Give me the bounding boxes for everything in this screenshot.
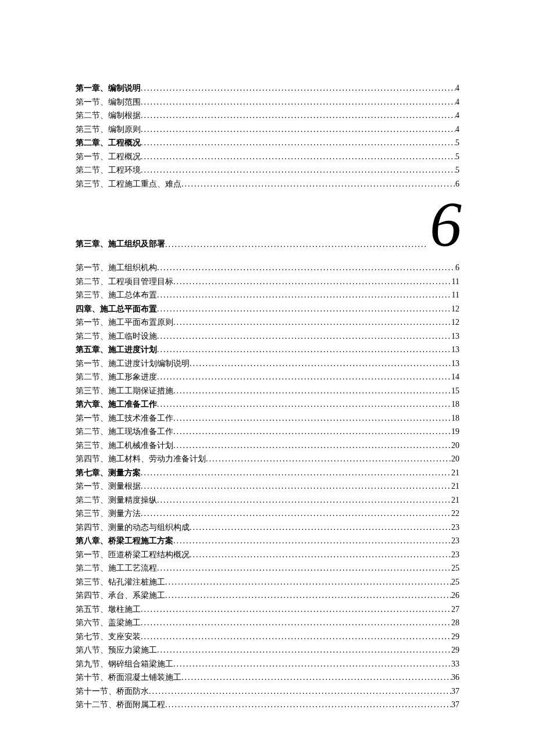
toc-entry-page: 29	[451, 643, 459, 657]
toc-entry: 第二章、工程概况5	[76, 136, 459, 150]
toc-entry-label: 第二节、工程项目管理目标	[76, 275, 173, 289]
toc-entry: 第十一节、桥面防水37	[76, 685, 459, 698]
toc-leader-dots	[157, 397, 451, 411]
toc-leader-dots	[173, 411, 451, 425]
toc-entry-label: 第四节、承台、系梁施工	[76, 589, 165, 603]
toc-entry-page: 23	[451, 521, 459, 535]
toc-entry-page: 23	[451, 534, 459, 548]
toc-entry-label: 第九节、钢碎组合箱梁施工	[76, 657, 173, 671]
toc-leader-dots	[190, 548, 451, 562]
toc-entry-label: 第八章、桥梁工程施工方案	[76, 534, 173, 548]
toc-entry-label: 第六章、施工准备工作	[76, 397, 157, 411]
toc-entry-page: 20	[451, 439, 459, 453]
toc-entry: 第三节、工程施工重点、难点6	[76, 177, 459, 191]
toc-entry-page: 5	[455, 163, 459, 177]
toc-entry: 第七节、支座安装29	[76, 630, 459, 644]
toc-entry-label: 第五节、墩柱施工	[76, 603, 141, 617]
toc-entry-label: 第五章、施工进度计划	[76, 343, 157, 357]
toc-leader-dots	[141, 163, 455, 177]
toc-entry-page: 33	[451, 657, 459, 671]
toc-entry-page: 13	[451, 329, 459, 343]
toc-leader-dots	[157, 561, 451, 575]
toc-entry-page: 26	[451, 589, 459, 603]
toc-entry-label: 第三节、施工机械准备计划	[76, 439, 173, 453]
toc-big-page-number: 6	[427, 198, 459, 252]
toc-entry-label: 第一节、编制范围	[76, 95, 141, 109]
toc-entry: 第二节、施工工艺流程25	[76, 561, 459, 575]
toc-entry: 第一节、匝道桥梁工程结构概况23	[76, 548, 459, 562]
toc-leader-dots	[206, 452, 451, 466]
toc-entry-page: 27	[451, 603, 459, 617]
toc-entry: 四章、施工总平面布置12	[76, 302, 459, 316]
toc-entry-page: 21	[451, 479, 459, 493]
toc-entry-page: 14	[451, 370, 459, 384]
toc-entry: 第二节、编制根据4	[76, 109, 459, 123]
toc-entry-page: 6	[455, 261, 459, 275]
toc-entry: 第十二节、桥面附属工程37	[76, 698, 459, 712]
toc-leader-dots	[149, 685, 451, 698]
toc-leader-dots	[141, 150, 455, 164]
toc-leader-dots	[141, 616, 451, 630]
toc-entry: 第一节、编制范围4	[76, 95, 459, 109]
toc-leader-dots	[141, 507, 451, 521]
toc-entry-label: 第四节、施工材料、劳动力准备计划	[76, 452, 206, 466]
toc-leader-dots	[173, 425, 451, 439]
toc-entry-label: 第一节、匝道桥梁工程结构概况	[76, 548, 190, 562]
toc-entry-label: 第一章、编制说明	[76, 81, 141, 95]
toc-entry-page: 18	[451, 411, 459, 425]
toc-entry: 第四节、测量的动态与组织构成23	[76, 521, 459, 535]
toc-entry-page: 4	[455, 81, 459, 95]
toc-leader-dots	[141, 109, 455, 123]
toc-entry-page: 5	[455, 150, 459, 164]
toc-entry-page: 4	[455, 95, 459, 109]
toc-entry-label: 第三节、施工工期保证措施	[76, 384, 173, 398]
toc-entry: 第七章、测量方案21	[76, 466, 459, 480]
toc-entry-page: 19	[451, 425, 459, 439]
toc-leader-dots	[141, 466, 451, 480]
toc-entry: 第四节、施工材料、劳动力准备计划20	[76, 452, 459, 466]
toc-leader-dots	[173, 384, 451, 398]
toc-leader-dots	[165, 240, 427, 252]
toc-entry: 第三节、编制原则4	[76, 123, 459, 137]
spacer	[76, 252, 459, 261]
toc-leader-dots	[157, 261, 455, 275]
toc-entry-label: 四章、施工总平面布置	[76, 302, 157, 316]
toc-entry: 第三节、施工总体布置11	[76, 288, 459, 302]
toc-entry: 第二节、工程项目管理目标11	[76, 275, 459, 289]
toc-entry: 第四节、承台、系梁施工26	[76, 589, 459, 603]
toc-entry-label: 第十节、桥面混凝土铺装施工	[76, 671, 181, 685]
toc-entry-page: 13	[451, 357, 459, 371]
toc-entry: 第一章、编制说明4	[76, 81, 459, 95]
toc-leader-dots	[141, 81, 455, 95]
toc-leader-dots	[141, 603, 451, 617]
toc-leader-dots	[157, 643, 451, 657]
toc-entry: 第六章、施工准备工作18	[76, 397, 459, 411]
toc-entry-page: 13	[451, 343, 459, 357]
toc-leader-dots	[157, 493, 451, 507]
toc-block-lower: 第一节、施工组织机构6第二节、工程项目管理目标11第三节、施工总体布置11四章、…	[76, 261, 459, 712]
toc-entry-label: 第三章、施工组织及部署	[76, 239, 165, 252]
toc-entry: 第三节、测量方法22	[76, 507, 459, 521]
toc-leader-dots	[141, 95, 455, 109]
toc-entry-label: 第二节、施工临时设施	[76, 329, 157, 343]
toc-entry: 第一节、测量根据21	[76, 479, 459, 493]
toc-entry-page: 23	[451, 548, 459, 562]
toc-entry-page: 28	[451, 616, 459, 630]
toc-leader-dots	[190, 521, 451, 535]
toc-leader-dots	[141, 136, 455, 150]
toc-chapter-3-big-row: 第三章、施工组织及部署 6	[76, 191, 459, 252]
toc-entry-label: 第三节、编制原则	[76, 123, 141, 137]
toc-entry-page: 12	[451, 302, 459, 316]
toc-leader-dots	[165, 589, 451, 603]
toc-entry-label: 第一节、施工平面布置原则	[76, 316, 173, 329]
toc-entry-page: 4	[455, 123, 459, 137]
toc-leader-dots	[173, 534, 451, 548]
toc-entry-page: 36	[451, 671, 459, 685]
toc-entry: 第六节、盖梁施工28	[76, 616, 459, 630]
toc-entry: 第三节、施工机械准备计划20	[76, 439, 459, 453]
toc-entry: 第二节、测量精度操纵21	[76, 493, 459, 507]
toc-entry: 第一节、施工组织机构6	[76, 261, 459, 275]
toc-entry: 第八章、桥梁工程施工方案23	[76, 534, 459, 548]
toc-entry-label: 第十一节、桥面防水	[76, 685, 149, 698]
toc-entry-page: 37	[451, 685, 459, 698]
